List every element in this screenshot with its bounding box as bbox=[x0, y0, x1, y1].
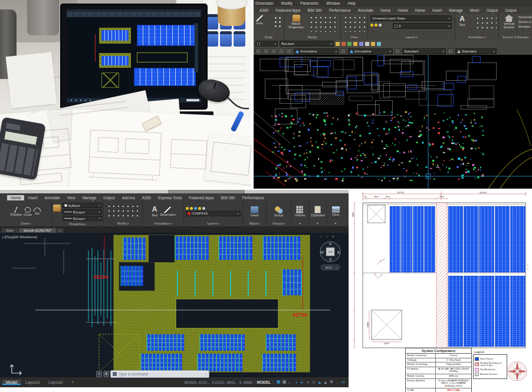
lineweight-combo[interactable]: ByLayer bbox=[63, 216, 102, 221]
tool-icon[interactable] bbox=[286, 48, 292, 54]
layout-tab-layout1[interactable]: Layout1 bbox=[22, 380, 44, 385]
ribbon-tab-featured-apps[interactable]: Featured Apps bbox=[185, 195, 217, 200]
panel-label-annotation[interactable]: Annotation bbox=[143, 222, 183, 226]
chevron-up-icon[interactable] bbox=[205, 373, 207, 376]
tool-icon[interactable] bbox=[448, 48, 454, 54]
ribbon-tab-home[interactable]: Home bbox=[7, 195, 24, 200]
panel-label-view[interactable]: View bbox=[341, 35, 367, 40]
modify-tool-grid[interactable] bbox=[309, 15, 339, 32]
file-tab-drawing[interactable]: Sunvik ACAD R2* bbox=[19, 228, 57, 233]
tool-icon[interactable] bbox=[263, 48, 269, 54]
panel-label-draw[interactable]: Draw bbox=[254, 35, 284, 40]
ribbon-tab-output[interactable]: Output bbox=[483, 8, 502, 12]
grid-icon[interactable]: ▦ bbox=[275, 380, 281, 384]
ribbon-tab-bim-360[interactable]: BIM 360 bbox=[218, 195, 239, 200]
ribbon-tab-home[interactable]: Home bbox=[394, 8, 411, 12]
ribbon-tab-output[interactable]: Output bbox=[501, 8, 520, 12]
tool-icon[interactable] bbox=[278, 48, 284, 54]
layer-state-combo[interactable]: Unsaved Layer State bbox=[370, 15, 452, 21]
ribbon-tab-express-tools[interactable]: Express Tools bbox=[155, 195, 185, 200]
color-combo[interactable]: ByBlock bbox=[63, 203, 102, 208]
ortho-icon[interactable]: ∟ bbox=[287, 380, 293, 384]
horizontal-section-item[interactable]: Horizontal bbox=[518, 15, 532, 19]
view-tool-grid[interactable] bbox=[343, 15, 366, 32]
text-style-combo[interactable]: Annotative bbox=[294, 48, 339, 54]
tool-icon[interactable] bbox=[340, 48, 346, 54]
ribbon-tab-home[interactable]: Home bbox=[377, 8, 394, 12]
line-tool-button[interactable]: Line bbox=[256, 15, 263, 25]
autoscale-icon[interactable]: ▲ bbox=[323, 380, 329, 384]
ribbon-tab-insert[interactable]: Insert bbox=[429, 8, 445, 12]
ribbon-tab-bim-360[interactable]: BIM 360 bbox=[304, 8, 325, 12]
tool-icon[interactable] bbox=[347, 42, 352, 46]
panel-label-utilities[interactable]: ▾ bbox=[291, 222, 308, 226]
isolate-objects-icon[interactable]: ◌ bbox=[334, 380, 340, 384]
panel-label-layers[interactable]: Layers bbox=[368, 35, 455, 40]
match-properties-button[interactable]: Match Properties bbox=[286, 15, 306, 29]
panel-label-annotation[interactable]: Annotation bbox=[455, 35, 498, 40]
annotation-visibility-icon[interactable]: ▲ bbox=[317, 380, 323, 384]
file-tab-start[interactable]: Start bbox=[1, 228, 18, 233]
tool-icon[interactable] bbox=[371, 42, 375, 46]
layout-tab-layout2[interactable]: Layout2 bbox=[45, 380, 67, 385]
ribbon-tab-insert[interactable]: Insert bbox=[24, 195, 41, 200]
tool-icon[interactable] bbox=[359, 42, 363, 46]
command-input[interactable]: Type a command bbox=[110, 370, 209, 378]
panel-label-modify[interactable]: Modify bbox=[104, 222, 142, 226]
ribbon-tab-mesh[interactable]: Mesh bbox=[467, 8, 483, 12]
tool-icon[interactable] bbox=[341, 42, 346, 46]
panel-label-groups[interactable]: Groups bbox=[267, 222, 291, 226]
match-properties-icon[interactable] bbox=[53, 205, 61, 212]
view-button[interactable]: View bbox=[332, 206, 340, 217]
tool-icon[interactable] bbox=[365, 42, 369, 46]
clipboard-button[interactable]: Clipboard bbox=[311, 206, 325, 218]
polar-icon[interactable]: ◑ bbox=[293, 380, 299, 384]
circle-button[interactable]: Circle bbox=[24, 207, 32, 217]
ribbon-tab-a360[interactable]: A360 bbox=[256, 8, 272, 12]
layer-bulbs[interactable] bbox=[370, 24, 383, 27]
panel-label-clipboard[interactable]: ▾ bbox=[309, 222, 326, 226]
menu-window[interactable]: Window bbox=[326, 1, 340, 5]
tool-icon[interactable] bbox=[377, 42, 381, 46]
ribbon-tab-a360[interactable]: A360 bbox=[139, 195, 155, 200]
panel-label-draw[interactable]: Draw bbox=[0, 222, 51, 226]
panel-label-properties[interactable]: Properties bbox=[52, 222, 103, 226]
menu-parametric[interactable]: Parametric bbox=[300, 1, 318, 5]
ribbon-tab-manage[interactable]: Manage bbox=[445, 8, 467, 12]
close-icon[interactable] bbox=[96, 371, 102, 377]
ribbon-tab-featured-apps[interactable]: Featured Apps bbox=[272, 8, 304, 12]
text-tool-button[interactable]: Text bbox=[458, 15, 466, 27]
tool-icon[interactable] bbox=[395, 48, 400, 54]
tool-icon[interactable] bbox=[255, 48, 261, 54]
menu-help[interactable]: Help bbox=[347, 1, 355, 5]
draw-flyout-icons[interactable] bbox=[274, 16, 282, 29]
wcs-dropdown[interactable]: WCS ▾ bbox=[321, 265, 340, 270]
dimension-button[interactable]: Dimension bbox=[160, 207, 176, 217]
model-space-badge[interactable]: MODEL bbox=[255, 380, 273, 384]
ribbon-tab-manage[interactable]: Manage bbox=[79, 195, 100, 200]
linetype-combo[interactable]: ByLayer bbox=[280, 41, 334, 47]
elevation-item[interactable]: Elevation bbox=[518, 25, 532, 28]
lineweight-icon[interactable]: ≡ bbox=[305, 380, 311, 384]
color-combo[interactable] bbox=[255, 41, 278, 47]
tool-icon[interactable] bbox=[353, 42, 357, 46]
panel-label-section[interactable]: Section & Elevatio bbox=[499, 35, 532, 40]
layer-combo[interactable]: COMPASS bbox=[186, 211, 241, 216]
panel-label-modify[interactable]: Modify bbox=[284, 35, 340, 40]
menu-dimension[interactable]: Dimension bbox=[255, 1, 274, 5]
linetype-combo[interactable]: ByLayer bbox=[63, 209, 102, 215]
ribbon-tab-annotate[interactable]: Annotate bbox=[41, 195, 64, 200]
mleader-style-combo[interactable]: Standard bbox=[455, 48, 497, 54]
viewport-controls-label[interactable]: [-][Top][2D Wireframe] bbox=[2, 235, 37, 239]
annotation-tool-grid[interactable] bbox=[475, 16, 497, 31]
table-style-combo[interactable]: Standard bbox=[402, 48, 446, 54]
panel-label-layers[interactable]: Layers bbox=[184, 222, 242, 226]
panel-label-block[interactable]: Block bbox=[243, 222, 266, 226]
ribbon-tab-view[interactable]: View bbox=[64, 195, 79, 200]
layer-bulbs[interactable] bbox=[186, 207, 241, 210]
vertical-section-button[interactable]: Vertical Section bbox=[500, 15, 518, 29]
object-snap-icon[interactable]: ∠ bbox=[299, 380, 305, 384]
arc-button[interactable]: Arc bbox=[34, 207, 41, 216]
new-drawing-button[interactable]: + bbox=[57, 228, 64, 233]
add-layout-button[interactable]: + bbox=[68, 380, 77, 385]
